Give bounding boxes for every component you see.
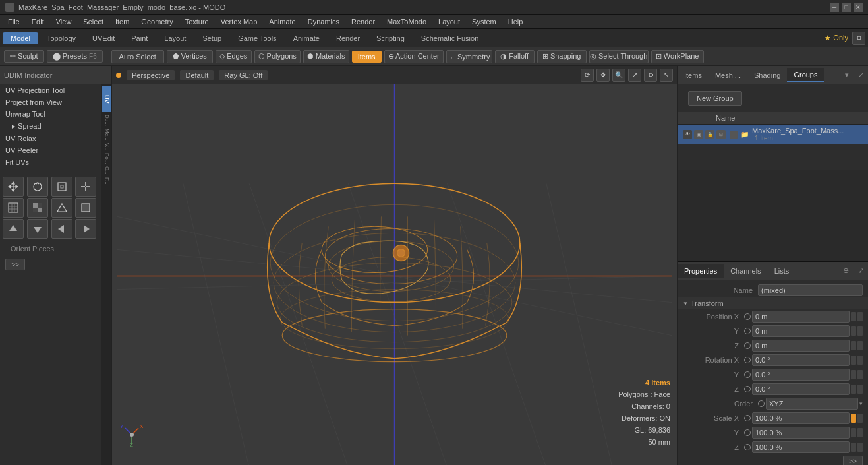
menu-system[interactable]: System xyxy=(467,16,502,27)
list-item-0[interactable]: 👁 ▣ 🔒 ⊡ 📁 MaxKare_Spa_Foot_Mass... 1 Ite… xyxy=(678,125,868,144)
presets-button[interactable]: ⬤ Presets F6 xyxy=(47,50,103,63)
up-arrow-btn[interactable] xyxy=(3,219,24,239)
menu-render[interactable]: Render xyxy=(346,16,380,27)
props-add-tab-button[interactable]: ⊕ xyxy=(838,264,854,278)
props-tab-properties[interactable]: Properties xyxy=(678,264,724,278)
titlebar-controls[interactable]: ─ □ ✕ xyxy=(830,3,863,12)
maximize-button[interactable]: □ xyxy=(842,3,851,12)
left-arrow-btn[interactable] xyxy=(51,219,72,239)
move-tool-btn[interactable] xyxy=(3,177,24,197)
tab-game-tools[interactable]: Game Tools xyxy=(230,32,285,44)
tab-model[interactable]: Model xyxy=(3,32,38,44)
viewport-zoom-icon[interactable]: 🔍 xyxy=(612,69,625,82)
rotation-y-input[interactable] xyxy=(752,369,850,381)
position-x-input[interactable] xyxy=(752,311,850,323)
item-checkbox[interactable] xyxy=(730,131,738,139)
menu-dynamics[interactable]: Dynamics xyxy=(303,16,345,27)
viewport-settings-icon[interactable]: ⚙ xyxy=(644,69,657,82)
tab-scripting[interactable]: Scripting xyxy=(368,32,413,44)
select-through-button[interactable]: ◎ Select Through xyxy=(589,50,649,63)
rotation-z-key-btn[interactable] xyxy=(744,386,751,392)
rotate-tool-btn[interactable] xyxy=(27,177,48,197)
props-expand-icon[interactable]: ⤢ xyxy=(854,264,868,278)
ray-gl-btn[interactable]: Ray GL: Off xyxy=(219,70,268,80)
settings-icon[interactable]: ⚙ xyxy=(852,32,865,45)
workplane-button[interactable]: ⊡ WorkPlane xyxy=(651,50,704,63)
menu-edit[interactable]: Edit xyxy=(26,16,49,27)
rotation-x-key-btn[interactable] xyxy=(744,357,751,363)
menu-file[interactable]: File xyxy=(3,16,25,27)
menu-animate[interactable]: Animate xyxy=(264,16,301,27)
minimize-button[interactable]: ─ xyxy=(830,3,839,12)
box-btn[interactable] xyxy=(75,198,96,218)
position-x-key-btn[interactable] xyxy=(744,313,751,320)
extra-icon[interactable]: ⊡ xyxy=(716,130,726,139)
menu-help[interactable]: Help xyxy=(503,16,529,27)
action-center-button[interactable]: ⊕ Action Center xyxy=(384,50,444,63)
du-panel-strip[interactable]: Du... xyxy=(102,113,111,127)
props-expand-bottom-btn[interactable]: >> xyxy=(843,456,863,465)
v-panel-strip[interactable]: V... xyxy=(102,142,111,152)
sculpt-button[interactable]: ✏ Sculpt xyxy=(4,50,44,63)
uv-panel-strip[interactable]: UV xyxy=(102,86,111,112)
menu-view[interactable]: View xyxy=(51,16,77,27)
spread-tool[interactable]: ▸ Spread xyxy=(0,120,101,133)
scale-x-key-btn[interactable] xyxy=(744,415,751,421)
close-button[interactable]: ✕ xyxy=(854,3,863,12)
materials-button[interactable]: ⬢ Materials xyxy=(303,50,349,63)
scale-tool-btn[interactable] xyxy=(51,177,72,197)
uv-peeler-tool[interactable]: UV Peeler xyxy=(0,144,101,156)
scale-y-input[interactable] xyxy=(752,427,850,439)
expand-right-panel-icon[interactable]: ⤢ xyxy=(854,68,868,82)
viewport-rotate-icon[interactable]: ⟳ xyxy=(581,69,594,82)
tab-topology[interactable]: Topology xyxy=(39,32,84,44)
edges-button[interactable]: ◇ Edges xyxy=(216,50,252,63)
unwrap-tool[interactable]: Unwrap Tool xyxy=(0,108,101,120)
auto-select-icon[interactable]: Auto Select xyxy=(111,50,164,63)
uv-grid-btn[interactable] xyxy=(3,198,24,218)
scale-z-input[interactable] xyxy=(752,441,850,453)
menu-maxtomode[interactable]: MaxToModo xyxy=(382,16,432,27)
order-key-btn[interactable] xyxy=(758,400,765,407)
viewport-canvas[interactable]: 4 Items Polygons : Face Channels: 0 Defo… xyxy=(112,84,677,465)
tab-layout[interactable]: Layout xyxy=(156,32,194,44)
viewport-expand-icon[interactable]: ⤡ xyxy=(660,69,673,82)
project-from-view[interactable]: Project from View xyxy=(0,96,101,108)
tab-shading[interactable]: Shading xyxy=(747,69,787,82)
order-select[interactable]: XYZ xyxy=(766,398,858,410)
f-panel-strip[interactable]: F... xyxy=(102,176,111,186)
tab-paint[interactable]: Paint xyxy=(123,32,156,44)
tab-groups[interactable]: Groups xyxy=(787,68,824,82)
tab-schematic[interactable]: Schematic Fusion xyxy=(413,32,486,44)
perspective-selector[interactable]: Perspective xyxy=(127,70,175,80)
uv-relax-tool[interactable]: UV Relax xyxy=(0,133,101,144)
rotation-z-input[interactable] xyxy=(752,383,850,395)
items-button[interactable]: Items xyxy=(352,51,382,63)
tab-mesh[interactable]: Mesh ... xyxy=(709,69,747,82)
position-z-input[interactable] xyxy=(752,340,850,352)
default-shader-btn[interactable]: Default xyxy=(180,70,214,80)
checker-btn[interactable] xyxy=(27,198,48,218)
tab-animate[interactable]: Animate xyxy=(285,32,328,44)
menu-texture[interactable]: Texture xyxy=(180,16,214,27)
add-tab-button[interactable]: ▾ xyxy=(840,68,854,82)
new-group-button[interactable]: New Group xyxy=(688,91,742,106)
eye-icon[interactable]: 👁 xyxy=(683,130,692,139)
rotation-y-key-btn[interactable] xyxy=(744,371,751,378)
triangle-btn[interactable] xyxy=(51,198,72,218)
rotation-x-input[interactable] xyxy=(752,354,850,366)
tab-render[interactable]: Render xyxy=(328,32,368,44)
falloff-button[interactable]: ◑ Falloff xyxy=(495,50,535,63)
scale-z-key-btn[interactable] xyxy=(744,444,751,450)
viewport-fit-icon[interactable]: ⤢ xyxy=(628,69,641,82)
right-arrow-btn[interactable] xyxy=(75,219,96,239)
transform-tool-btn[interactable] xyxy=(75,177,96,197)
more-tools-button[interactable]: >> xyxy=(5,259,25,270)
me-panel-strip[interactable]: Me... xyxy=(102,127,111,142)
tab-setup[interactable]: Setup xyxy=(194,32,229,44)
menu-layout[interactable]: Layout xyxy=(433,16,465,27)
position-z-key-btn[interactable] xyxy=(744,342,751,349)
tab-items[interactable]: Items xyxy=(678,69,709,82)
vertices-button[interactable]: ⬟ Vertices xyxy=(167,50,213,63)
menu-select[interactable]: Select xyxy=(78,16,109,27)
